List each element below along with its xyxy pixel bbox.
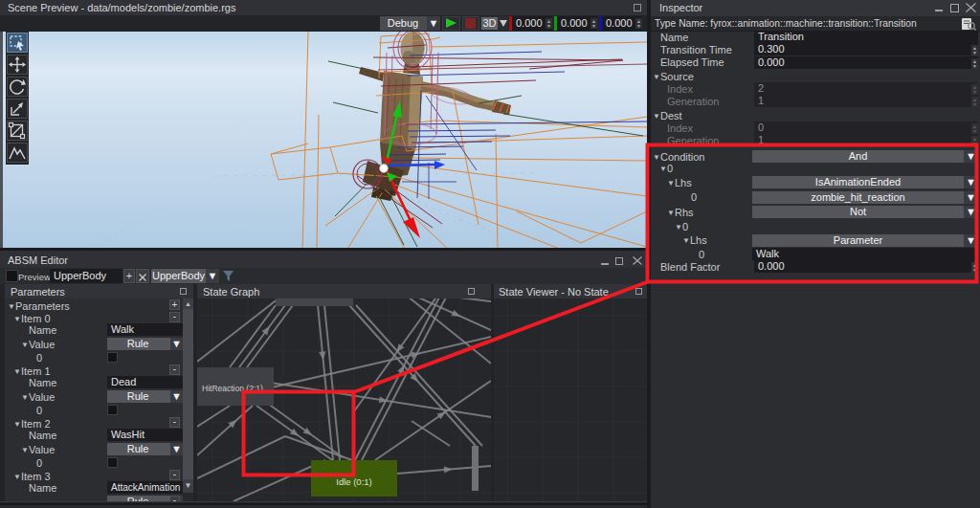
svg-text:HitReaction (2:1): HitReaction (2:1) (202, 384, 263, 393)
svg-text:Idle (0:1): Idle (0:1) (336, 476, 372, 487)
